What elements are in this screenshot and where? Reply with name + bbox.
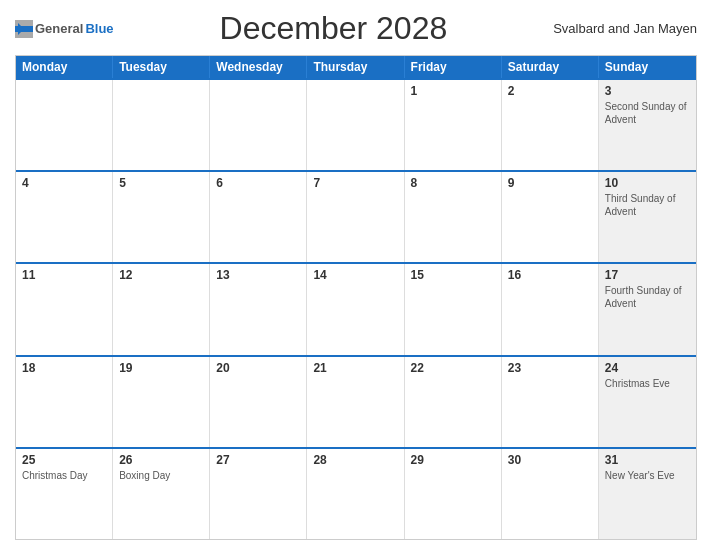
day-cell-1-1: 5 [113,172,210,262]
day-number: 10 [605,176,690,190]
day-cell-1-6: 10Third Sunday of Advent [599,172,696,262]
logo-blue-text: Blue [85,21,113,36]
day-number: 9 [508,176,592,190]
day-cell-4-2: 27 [210,449,307,539]
day-number: 2 [508,84,592,98]
day-number: 15 [411,268,495,282]
header: General Blue December 2028 Svalbard and … [15,10,697,47]
day-cell-4-6: 31New Year's Eve [599,449,696,539]
day-number: 16 [508,268,592,282]
day-event: Christmas Day [22,470,88,481]
day-event: Second Sunday of Advent [605,101,687,125]
day-number: 28 [313,453,397,467]
day-cell-0-3 [307,80,404,170]
day-number: 30 [508,453,592,467]
day-cell-3-1: 19 [113,357,210,447]
region-label: Svalbard and Jan Mayen [553,21,697,36]
day-cell-4-1: 26Boxing Day [113,449,210,539]
header-sunday: Sunday [599,56,696,78]
day-cell-2-0: 11 [16,264,113,354]
day-cell-0-0 [16,80,113,170]
day-number: 24 [605,361,690,375]
day-event: Fourth Sunday of Advent [605,285,682,309]
calendar-title: December 2028 [220,10,448,47]
day-event: New Year's Eve [605,470,675,481]
day-number: 25 [22,453,106,467]
day-cell-1-5: 9 [502,172,599,262]
day-cell-1-2: 6 [210,172,307,262]
header-tuesday: Tuesday [113,56,210,78]
day-number: 7 [313,176,397,190]
day-cell-1-3: 7 [307,172,404,262]
day-number: 8 [411,176,495,190]
day-cell-0-2 [210,80,307,170]
day-number: 6 [216,176,300,190]
day-cell-2-4: 15 [405,264,502,354]
day-number: 5 [119,176,203,190]
week-row-2: 45678910Third Sunday of Advent [16,170,696,262]
day-cell-4-0: 25Christmas Day [16,449,113,539]
day-number: 18 [22,361,106,375]
day-cell-3-2: 20 [210,357,307,447]
day-cell-3-5: 23 [502,357,599,447]
day-cell-2-6: 17Fourth Sunday of Advent [599,264,696,354]
day-number: 20 [216,361,300,375]
day-event: Boxing Day [119,470,170,481]
logo-general-text: General [35,21,83,36]
day-cell-4-4: 29 [405,449,502,539]
day-number: 3 [605,84,690,98]
day-cell-2-5: 16 [502,264,599,354]
day-number: 11 [22,268,106,282]
day-number: 1 [411,84,495,98]
header-friday: Friday [405,56,502,78]
day-number: 13 [216,268,300,282]
week-row-1: 123Second Sunday of Advent [16,78,696,170]
day-cell-3-3: 21 [307,357,404,447]
day-number: 12 [119,268,203,282]
week-row-5: 25Christmas Day26Boxing Day2728293031New… [16,447,696,539]
day-event: Third Sunday of Advent [605,193,676,217]
calendar: Monday Tuesday Wednesday Thursday Friday… [15,55,697,540]
day-number: 21 [313,361,397,375]
header-monday: Monday [16,56,113,78]
day-number: 31 [605,453,690,467]
header-thursday: Thursday [307,56,404,78]
day-cell-1-4: 8 [405,172,502,262]
day-cell-2-1: 12 [113,264,210,354]
day-event: Christmas Eve [605,378,670,389]
day-number: 27 [216,453,300,467]
day-cell-4-5: 30 [502,449,599,539]
day-number: 14 [313,268,397,282]
day-cell-3-6: 24Christmas Eve [599,357,696,447]
day-cell-3-4: 22 [405,357,502,447]
svg-rect-3 [15,32,33,38]
day-cell-0-6: 3Second Sunday of Advent [599,80,696,170]
day-cell-0-4: 1 [405,80,502,170]
day-cell-2-2: 13 [210,264,307,354]
day-cell-0-5: 2 [502,80,599,170]
page: General Blue December 2028 Svalbard and … [0,0,712,550]
day-number: 17 [605,268,690,282]
week-row-3: 11121314151617Fourth Sunday of Advent [16,262,696,354]
day-cell-0-1 [113,80,210,170]
svg-rect-1 [15,20,33,26]
day-number: 23 [508,361,592,375]
header-wednesday: Wednesday [210,56,307,78]
logo-icon [15,20,33,38]
day-cell-3-0: 18 [16,357,113,447]
day-number: 22 [411,361,495,375]
weeks-container: 123Second Sunday of Advent45678910Third … [16,78,696,539]
day-cell-1-0: 4 [16,172,113,262]
day-cell-4-3: 28 [307,449,404,539]
day-number: 4 [22,176,106,190]
header-saturday: Saturday [502,56,599,78]
logo: General Blue [15,20,114,38]
day-cell-2-3: 14 [307,264,404,354]
week-row-4: 18192021222324Christmas Eve [16,355,696,447]
day-headers-row: Monday Tuesday Wednesday Thursday Friday… [16,56,696,78]
day-number: 19 [119,361,203,375]
day-number: 29 [411,453,495,467]
day-number: 26 [119,453,203,467]
